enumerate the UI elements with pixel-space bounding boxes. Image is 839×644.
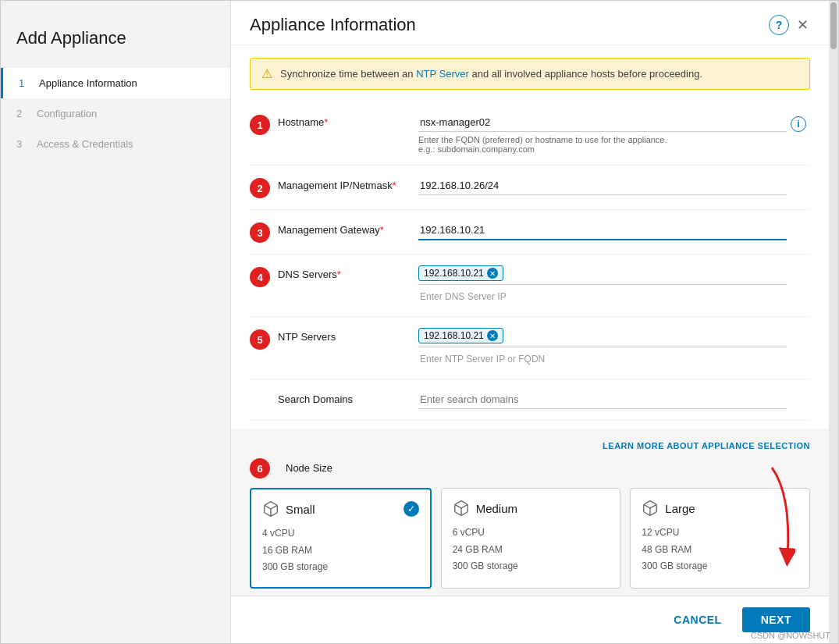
dns-tag-container: 192.168.10.21 ✕ — [418, 265, 787, 285]
sidebar: Add Appliance 1 Appliance Information 2 … — [1, 1, 231, 643]
step-num-2: 2 — [16, 108, 29, 119]
sidebar-item-configuration[interactable]: 2 Configuration — [1, 98, 230, 129]
dialog-wrapper: Add Appliance 1 Appliance Information 2 … — [0, 0, 839, 644]
learn-more-link[interactable]: LEARN MORE ABOUT APPLIANCE SELECTION — [603, 441, 810, 450]
sidebar-label-1: Appliance Information — [39, 77, 137, 89]
medium-vcpu: 6 vCPU — [453, 525, 610, 542]
small-card-name: Small — [286, 503, 315, 516]
mgmt-ip-info-col — [787, 176, 810, 180]
dns-tag-value: 192.168.10.21 — [424, 268, 484, 279]
header-icons: ? ✕ — [769, 15, 810, 35]
node-card-small[interactable]: Small ✓ 4 vCPU 16 GB RAM 300 GB storage — [250, 488, 432, 589]
large-specs: 12 vCPU 48 GB RAM 300 GB storage — [642, 525, 798, 575]
hostname-info-col: i — [787, 113, 810, 132]
node-card-large[interactable]: Large 12 vCPU 48 GB RAM 300 GB storage — [630, 488, 810, 589]
node-size-header: LEARN MORE ABOUT APPLIANCE SELECTION — [250, 441, 810, 450]
sidebar-label-3: Access & Credentials — [37, 138, 133, 150]
large-box-icon — [642, 500, 659, 517]
sidebar-label-2: Configuration — [37, 108, 97, 119]
search-domains-label: Search Domains — [278, 393, 353, 405]
large-card-name: Large — [665, 502, 695, 515]
hostname-label: Hostname — [278, 116, 324, 128]
dns-label-col: DNS Servers* — [278, 265, 418, 280]
small-check-icon: ✓ — [404, 501, 419, 517]
ntp-tag-1: 192.168.10.21 ✕ — [418, 328, 503, 343]
ntp-input-col: 192.168.10.21 ✕ Enter NTP Server IP or F… — [418, 328, 787, 368]
mgmt-gw-input-col — [418, 221, 787, 240]
ntp-label: NTP Servers — [278, 331, 336, 343]
small-box-icon — [262, 500, 279, 518]
medium-ram: 24 GB RAM — [453, 542, 610, 559]
main-title: Appliance Information — [250, 15, 416, 35]
large-vcpu: 12 vCPU — [642, 525, 798, 542]
large-name-row: Large — [642, 500, 695, 517]
small-storage: 300 GB storage — [262, 559, 419, 576]
main-content: ⚠ Synchronize time between an NTP Server… — [231, 45, 829, 596]
small-vcpu: 4 vCPU — [262, 525, 419, 543]
mgmt-gw-row: 3 Management Gateway* — [250, 210, 810, 254]
small-specs: 4 vCPU 16 GB RAM 300 GB storage — [262, 525, 419, 576]
medium-storage: 300 GB storage — [453, 558, 610, 575]
next-button[interactable]: NEXT — [742, 607, 810, 632]
dns-info-col — [787, 265, 810, 269]
hostname-input[interactable] — [418, 113, 787, 132]
footer: CANCEL NEXT — [231, 596, 829, 643]
step-badge-3: 3 — [250, 222, 270, 243]
mgmt-gw-input[interactable] — [418, 221, 787, 240]
node-size-label: Node Size — [286, 462, 332, 474]
node-card-medium[interactable]: Medium 6 vCPU 24 GB RAM 300 GB storage — [441, 488, 621, 589]
mgmt-gw-label: Management Gateway — [278, 224, 380, 236]
ntp-tag-container: 192.168.10.21 ✕ — [418, 328, 787, 347]
search-domains-input[interactable] — [418, 390, 787, 409]
mgmt-ip-input[interactable] — [418, 176, 787, 195]
sidebar-title: Add Appliance — [1, 16, 230, 68]
mgmt-ip-label: Management IP/Netmask — [278, 180, 393, 191]
mgmt-ip-input-col — [418, 176, 787, 195]
warning-link[interactable]: NTP Server — [416, 68, 469, 80]
dns-input-col: 192.168.10.21 ✕ Enter DNS Server IP — [418, 265, 787, 305]
ntp-tag-value: 192.168.10.21 — [424, 330, 484, 341]
dns-tag-close-1[interactable]: ✕ — [487, 268, 498, 279]
node-cards: Small ✓ 4 vCPU 16 GB RAM 300 GB storage — [250, 488, 810, 589]
search-domains-label-col: Search Domains — [278, 390, 418, 405]
dns-placeholder: Enter DNS Server IP — [418, 288, 787, 305]
small-name-row: Small — [262, 500, 315, 518]
medium-name-row: Medium — [453, 500, 517, 517]
sidebar-item-access-credentials[interactable]: 3 Access & Credentials — [1, 129, 230, 159]
hostname-input-col: Enter the FQDN (preferred) or hostname t… — [418, 113, 787, 154]
warning-banner: ⚠ Synchronize time between an NTP Server… — [250, 58, 810, 90]
large-storage: 300 GB storage — [642, 558, 798, 575]
mgmt-gw-info-col — [787, 221, 810, 224]
medium-card-name: Medium — [476, 502, 517, 515]
search-domains-input-col — [418, 390, 787, 409]
close-button[interactable]: ✕ — [795, 15, 810, 35]
warning-text: Synchronize time between an NTP Server a… — [280, 68, 702, 80]
hostname-label-col: Hostname* — [278, 113, 418, 128]
cancel-button[interactable]: CANCEL — [661, 607, 734, 632]
ntp-tag-close-1[interactable]: ✕ — [487, 330, 498, 341]
mgmt-ip-row: 2 Management IP/Netmask* — [250, 165, 810, 210]
medium-box-icon — [453, 500, 470, 517]
node-size-section: LEARN MORE ABOUT APPLIANCE SELECTION 6 N… — [231, 429, 829, 596]
hostname-info-button[interactable]: i — [791, 116, 806, 132]
ntp-info-col — [787, 328, 810, 331]
mgmt-ip-label-col: Management IP/Netmask* — [278, 176, 418, 191]
mgmt-gw-label-col: Management Gateway* — [278, 221, 418, 236]
sidebar-item-appliance-information[interactable]: 1 Appliance Information — [1, 68, 230, 98]
main-panel: Appliance Information ? ✕ ⚠ Synchronize … — [231, 1, 829, 643]
help-button[interactable]: ? — [769, 15, 789, 35]
step-badge-4: 4 — [250, 267, 270, 287]
step-badge-6: 6 — [250, 458, 270, 479]
medium-card-header: Medium — [453, 500, 610, 517]
dns-tag-1: 192.168.10.21 ✕ — [418, 265, 503, 281]
scrollbar[interactable] — [829, 1, 838, 643]
search-domains-row: Search Domains — [250, 379, 810, 421]
ntp-placeholder: Enter NTP Server IP or FQDN — [418, 350, 787, 368]
dns-label: DNS Servers — [278, 269, 337, 280]
warning-icon: ⚠ — [261, 66, 272, 81]
dns-row: 4 DNS Servers* 192.168.10.21 ✕ Enter DNS… — [250, 254, 810, 317]
main-header: Appliance Information ? ✕ — [231, 1, 829, 45]
small-card-header: Small ✓ — [262, 500, 419, 518]
step-badge-1: 1 — [250, 115, 270, 135]
step-num-3: 3 — [16, 138, 29, 150]
